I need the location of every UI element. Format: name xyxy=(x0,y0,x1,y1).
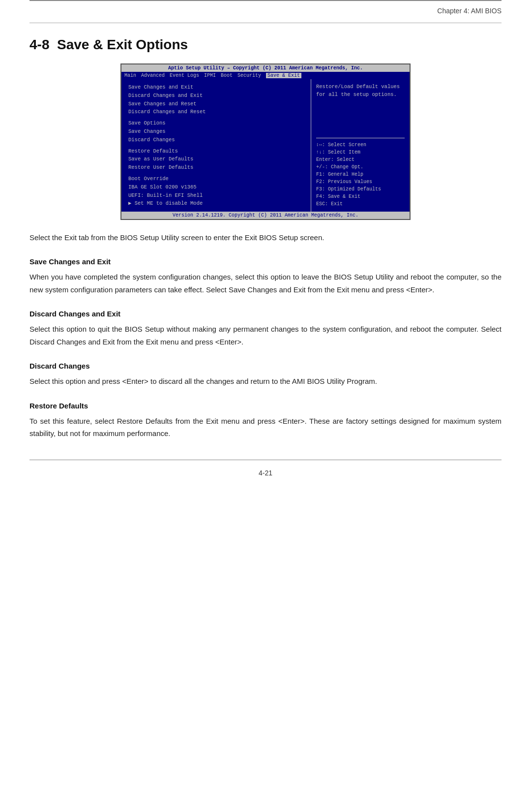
bios-item-save-options: Save Options xyxy=(126,119,306,127)
bios-screenshot: Aptio Setup Utility – Copyright (C) 2011… xyxy=(120,63,411,220)
section-title-text: Save & Exit Options xyxy=(57,37,188,52)
menu-main: Main xyxy=(124,73,136,78)
intro-paragraph: Select the Exit tab from the BIOS Setup … xyxy=(30,232,502,244)
bottom-rule xyxy=(30,460,502,460)
bios-item-restore-user-defaults: Restore User Defaults xyxy=(126,163,306,172)
bios-item-iba: IBA GE Slot 0200 v1365 xyxy=(126,183,306,191)
body-restore-defaults: To set this feature, select Restore Defa… xyxy=(30,415,502,440)
section-save-changes-exit: Save Changes and Exit When you have comp… xyxy=(30,257,502,296)
bios-item-save-changes: Save Changes xyxy=(126,127,306,136)
menu-event-logs: Event Logs xyxy=(170,73,199,78)
section-discard-changes-exit: Discard Changes and Exit Select this opt… xyxy=(30,310,502,348)
bios-item-discard-changes: Discard Changes xyxy=(126,136,306,144)
menu-ipmi: IPMI xyxy=(204,73,216,78)
bios-item-set-me: Set ME to disable Mode xyxy=(126,199,306,208)
bios-item-boot-override: Boot Override xyxy=(126,175,306,183)
body-save-changes-exit: When you have completed the system confi… xyxy=(30,271,502,296)
bios-item-save-changes-exit: Save Changes and Exit xyxy=(126,83,306,92)
section-title: 4-8 Save & Exit Options xyxy=(30,37,502,53)
menu-advanced: Advanced xyxy=(141,73,165,78)
bios-item-discard-changes-reset: Discard Changes and Reset xyxy=(126,108,306,116)
chapter-header: Chapter 4: AMI BIOS xyxy=(30,3,502,23)
bios-content: Save Changes and Exit Discard Changes an… xyxy=(121,79,410,212)
bios-item-save-user-defaults: Save as User Defaults xyxy=(126,155,306,163)
heading-discard-changes: Discard Changes xyxy=(30,362,502,370)
menu-save-exit: Save & Exit xyxy=(266,73,301,78)
bios-footer: Version 2.14.1219. Copyright (C) 2011 Am… xyxy=(121,212,410,219)
section-number: 4-8 xyxy=(30,37,49,52)
bios-key-help: ↕↔: Select Screen ↑↓: Select Item Enter:… xyxy=(316,138,405,208)
bios-right-panel: Restore/Load Default valuesfor all the s… xyxy=(311,79,410,212)
section-restore-defaults: Restore Defaults To set this feature, se… xyxy=(30,402,502,440)
heading-save-changes-exit: Save Changes and Exit xyxy=(30,257,502,266)
menu-security: Security xyxy=(237,73,261,78)
bios-item-save-changes-reset: Save Changes and Reset xyxy=(126,100,306,108)
bios-menu-bar: Main Advanced Event Logs IPMI Boot Secur… xyxy=(121,72,410,79)
bios-item-uefi: UEFI: Built-in EFI Shell xyxy=(126,191,306,200)
bios-item-discard-changes-exit: Discard Changes and Exit xyxy=(126,92,306,100)
bios-item-restore-defaults: Restore Defaults xyxy=(126,147,306,156)
heading-restore-defaults: Restore Defaults xyxy=(30,402,502,410)
page-number: 4-21 xyxy=(30,465,502,481)
body-discard-changes: Select this option and press <Enter> to … xyxy=(30,375,502,388)
bios-help-text: Restore/Load Default valuesfor all the s… xyxy=(316,83,405,138)
bios-title-bar: Aptio Setup Utility – Copyright (C) 2011… xyxy=(121,64,410,72)
top-rule xyxy=(30,0,502,1)
menu-boot: Boot xyxy=(221,73,233,78)
bios-left-panel: Save Changes and Exit Discard Changes an… xyxy=(121,79,311,212)
body-discard-changes-exit: Select this option to quit the BIOS Setu… xyxy=(30,323,502,348)
section-discard-changes: Discard Changes Select this option and p… xyxy=(30,362,502,388)
heading-discard-changes-exit: Discard Changes and Exit xyxy=(30,310,502,318)
